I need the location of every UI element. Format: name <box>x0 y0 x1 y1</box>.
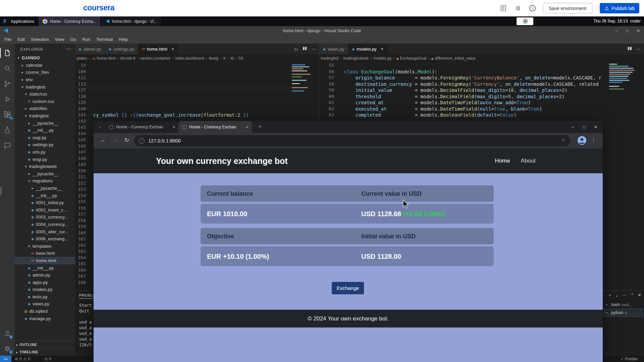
help-icon[interactable]: ? <box>529 5 536 11</box>
browser-menu-icon[interactable]: ⋮ <box>591 136 596 142</box>
tree-item-tests.py[interactable]: ◆tests.py <box>15 293 75 301</box>
tree-item-__init__.py[interactable]: ◆__init__.py <box>15 264 75 272</box>
tree-item-base.html[interactable]: <>base.html <box>15 250 75 257</box>
more-actions-icon[interactable]: ⋯ <box>622 293 627 298</box>
x-server-icon[interactable]: X <box>3 18 6 24</box>
tree-item-0004_currency...[interactable]: ◆0004_currency... <box>15 221 75 228</box>
chat-icon[interactable] <box>0 139 15 152</box>
notes-icon[interactable] <box>500 5 507 12</box>
tree-item-home.html[interactable]: <>home.html <box>15 257 75 264</box>
crumb-tradingbot[interactable]: tradingbot <box>321 56 338 61</box>
site-info-icon[interactable]: ? <box>139 138 145 144</box>
tree-item-migrations[interactable]: ▾migrations <box>15 177 75 185</box>
tree-item-course_files[interactable]: ▸course_files <box>15 69 75 76</box>
browser-tab[interactable]: Home - Currency Exchan✕ <box>106 121 179 133</box>
close-icon[interactable]: ✕ <box>381 47 384 51</box>
minimap[interactable] <box>290 64 317 124</box>
maximize-icon[interactable]: □ <box>626 28 629 33</box>
explorer-icon[interactable] <box>0 46 15 60</box>
url-text[interactable]: 127.0.0.1:8000 <box>148 135 181 146</box>
run-debug-icon[interactable] <box>0 93 15 106</box>
crumb-table.dashboard[interactable]: table.dashboard <box>175 56 204 61</box>
crumb-section.container[interactable]: section.container <box>140 56 171 61</box>
chrome-launcher[interactable] <box>517 17 533 25</box>
crumb-tr[interactable]: tr <box>223 56 226 61</box>
save-environment-button[interactable]: Save environment <box>543 3 592 13</box>
split-editor-icon[interactable] <box>303 46 307 52</box>
taskbar-window[interactable]: home.html - django - Vi... <box>101 16 161 26</box>
bookmark-star-icon[interactable]: ☆ <box>561 137 566 143</box>
menu-terminal[interactable]: Terminal <box>93 37 116 42</box>
browser-tab[interactable]: Home - Currency Exchan✕ <box>179 121 252 133</box>
minimize-icon[interactable]: ─ <box>615 28 618 33</box>
run-file-icon[interactable]: ▷ <box>295 47 298 52</box>
source-control-icon[interactable] <box>0 77 15 90</box>
menu-view[interactable]: View <box>52 37 67 42</box>
vscode-titlebar[interactable]: home.html - django - Visual Studio Code … <box>0 26 644 35</box>
split-editor-icon[interactable] <box>628 46 632 52</box>
tree-item-admin.py[interactable]: ◆admin.py <box>15 272 75 279</box>
ports-status[interactable]: ⊙0 <box>44 356 53 362</box>
maximize-icon[interactable]: □ <box>583 125 585 129</box>
tree-item-views.py[interactable]: ◆views.py <box>15 300 75 308</box>
tree-item-custom.css[interactable]: #custom.css <box>15 98 75 105</box>
tab-settings.py[interactable]: ◆settings.py <box>105 44 138 54</box>
minimap[interactable] <box>608 64 642 265</box>
exchange-button[interactable]: Exchange <box>332 282 364 294</box>
minimize-icon[interactable]: ─ <box>571 125 574 129</box>
crumb-home.html[interactable]: home.html <box>92 56 116 61</box>
tree-item-models.py[interactable]: ◆models.py <box>15 286 75 293</box>
tab-admin.py[interactable]: ◆admin.py <box>75 44 105 54</box>
tree-item-__init__.py[interactable]: ◆__init__.py <box>15 127 75 134</box>
tree-item-staticfiles[interactable]: ▸staticfiles <box>15 105 75 112</box>
close-icon[interactable]: ✕ <box>172 125 175 129</box>
crumb-ExchangeGoal[interactable]: ExchangeGoal <box>396 56 426 61</box>
nav-link-about[interactable]: About <box>521 158 536 164</box>
tree-item-static/css[interactable]: ▾static/css <box>15 90 75 98</box>
tree-item-settings.py[interactable]: ◆settings.py <box>15 141 75 148</box>
remote-indicator[interactable]: >< <box>0 356 11 362</box>
crumb-h3[interactable]: h3 <box>238 56 243 61</box>
tree-item-__pycache__[interactable]: ▸__pycache__ <box>15 185 75 192</box>
outline-section[interactable]: ▸OUTLINE <box>15 341 75 348</box>
extensions-icon[interactable] <box>0 108 15 121</box>
address-bar[interactable]: ? 127.0.0.1:8000 ☆ <box>134 135 570 146</box>
close-panel-icon[interactable]: ✕ <box>638 293 641 298</box>
taskbar-window[interactable]: Home - Currency Excha... <box>39 16 100 26</box>
tab-search-icon[interactable]: ⌄ <box>98 124 102 129</box>
back-icon[interactable]: ← <box>100 137 106 143</box>
panel-drag-handle[interactable] <box>0 187 2 195</box>
tab-models.py[interactable]: ◆models.py✕ <box>348 44 388 54</box>
close-icon[interactable]: ✕ <box>594 125 597 129</box>
tree-item-0001_initial.py[interactable]: ◆0001_initial.py <box>15 199 75 206</box>
more-actions-icon[interactable]: ⋯ <box>66 44 71 54</box>
menu-edit[interactable]: Edit <box>14 37 28 42</box>
tree-item-urls.py[interactable]: ◆urls.py <box>15 148 75 156</box>
gear-icon[interactable]: ⚙ <box>515 5 522 12</box>
testing-icon[interactable] <box>0 123 15 137</box>
tree-item-__init__.py[interactable]: ◆__init__.py <box>15 192 75 199</box>
tree-item-templates[interactable]: ▾templates <box>15 242 75 250</box>
tree-item-0002_insert_c...[interactable]: ◆0002_insert_c... <box>15 206 75 214</box>
tree-item-0003_currency...[interactable]: ◆0003_currency... <box>15 214 75 221</box>
menu-go[interactable]: Go <box>67 37 79 42</box>
tree-item-manage.py[interactable]: ◆manage.py <box>15 315 75 322</box>
tree-item-tradingbot[interactable]: ▾tradingbot <box>15 83 75 90</box>
tree-item-apps.py[interactable]: ◆apps.py <box>15 279 75 286</box>
chevron-down-icon[interactable]: ⌄ <box>615 293 619 298</box>
forward-icon[interactable]: → <box>112 137 118 143</box>
settings-gear-icon[interactable]: ⚙1 <box>0 342 15 355</box>
tab-home.html[interactable]: <>home.html✕ <box>138 44 178 54</box>
terminal-item-bash[interactable]: >_bashtradi... <box>604 301 643 309</box>
problems-status[interactable]: ⊘0⚠0 <box>15 356 32 362</box>
tree-item-tradingbotweb[interactable]: ▾tradingbotweb <box>15 163 75 170</box>
tree-item-calendar[interactable]: ▸calendar <box>15 62 75 69</box>
close-icon[interactable]: ✕ <box>171 47 174 51</box>
more-actions-icon[interactable]: ⋯ <box>636 47 641 52</box>
close-icon[interactable]: ✕ <box>246 125 249 129</box>
crumb-models.py[interactable]: models.py <box>373 56 392 61</box>
menu-selection[interactable]: Selection <box>28 37 52 42</box>
menu-file[interactable]: File <box>1 37 14 42</box>
new-tab-button[interactable]: + <box>257 123 263 130</box>
account-icon[interactable]: 1 <box>0 327 15 340</box>
